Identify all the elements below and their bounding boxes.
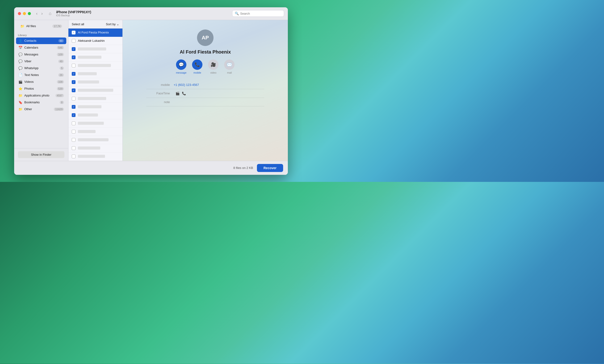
sidebar-item-viber[interactable]: 💬 Viber 49 <box>16 58 66 65</box>
sidebar-list: 👤 Contacts 90 📅 Calendars 546 💬 Messages… <box>14 38 68 148</box>
contact-item[interactable]: ✓Al Ford Fiesta Phoenix <box>68 28 123 37</box>
facetime-video-icon[interactable]: 🎬 <box>176 91 179 95</box>
sidebar-item-other[interactable]: 📁 Other 11629 <box>16 106 66 113</box>
sidebar-item-left: ⭐ Photos <box>18 87 34 91</box>
contact-item[interactable]: ✓ <box>68 136 123 144</box>
select-all-button[interactable]: Select all <box>72 22 84 26</box>
maximize-button[interactable] <box>28 12 31 15</box>
sidebar-item-left: 🔖 Bookmarks <box>18 100 40 104</box>
contact-checkbox[interactable]: ✓ <box>72 88 76 92</box>
sidebar-item-photos[interactable]: ⭐ Photos 539 <box>16 85 66 92</box>
all-files-row[interactable]: 📁 All files 17,7K <box>18 23 64 29</box>
show-finder-button[interactable]: Show in Finder <box>18 151 64 158</box>
mobile-field: mobile +1 (602) 123-4567 <box>146 81 264 89</box>
contact-item[interactable]: ✓ <box>68 95 123 103</box>
appphoto-icon: 📁 <box>18 94 22 97</box>
contact-checkbox[interactable]: ✓ <box>72 80 76 84</box>
contact-name-blurred <box>78 113 98 116</box>
list-toolbar: Select all Sort by ⌄ <box>68 20 123 28</box>
detail-fields: mobile +1 (602) 123-4567 FaceTime 🎬 📞 no… <box>146 81 264 106</box>
close-button[interactable] <box>18 12 21 15</box>
mobile-action-label: mobile <box>193 71 201 74</box>
other-icon: 📁 <box>18 107 22 111</box>
all-files-label: All files <box>26 24 36 28</box>
contact-full-name: Al Ford Fiesta Phoenix <box>180 49 231 55</box>
sidebar-item-whatsapp[interactable]: 💬 WhatsApp 5 <box>16 65 66 72</box>
sidebar-label-viber: Viber <box>24 60 31 63</box>
contact-item[interactable]: ✓ <box>68 62 123 70</box>
contact-checkbox[interactable]: ✓ <box>72 154 76 158</box>
sidebar-item-messages[interactable]: 💬 Messages 109 <box>16 51 66 58</box>
sidebar-item-contacts[interactable]: 👤 Contacts 90 <box>16 38 66 44</box>
forward-button[interactable]: › <box>40 11 44 16</box>
mail-label: mail <box>227 71 232 74</box>
contact-checkbox[interactable]: ✓ <box>72 97 76 100</box>
sidebar-badge-photos: 539 <box>57 87 64 90</box>
facetime-phone-icon[interactable]: 📞 <box>182 91 186 95</box>
sidebar-item-videos[interactable]: 🎬 Videos 108 <box>16 78 66 85</box>
contact-name-blurred <box>78 105 101 108</box>
contact-item[interactable]: ✓ <box>68 86 123 95</box>
contact-item[interactable]: ✓ <box>68 144 123 152</box>
contact-name-blurred <box>78 80 99 84</box>
contact-checkbox[interactable]: ✓ <box>72 138 76 142</box>
contact-checkbox[interactable]: ✓ <box>72 146 76 150</box>
photos-icon: ⭐ <box>18 87 22 91</box>
contact-checkbox[interactable]: ✓ <box>72 105 76 109</box>
files-info: 8 files on 2 KB <box>233 166 253 170</box>
sidebar-item-calendars[interactable]: 📅 Calendars 546 <box>16 44 66 51</box>
search-bar[interactable]: 🔍 <box>232 10 284 17</box>
contact-item[interactable]: ✓ <box>68 103 123 111</box>
sort-by-button[interactable]: Sort by ⌄ <box>106 22 119 26</box>
contact-checkbox[interactable]: ✓ <box>72 64 76 67</box>
search-input[interactable] <box>240 12 281 15</box>
contact-item[interactable]: ✓ <box>68 53 123 62</box>
facetime-field-label: FaceTime <box>146 91 170 95</box>
device-name: iPhone (VHF7PP91XY) <box>56 10 232 14</box>
contacts-icon: 👤 <box>18 39 22 43</box>
contact-checkbox[interactable]: ✓ <box>72 47 76 51</box>
contact-item[interactable]: ✓ <box>68 70 123 78</box>
main-window: ‹ › ⌂ iPhone (VHF7PP91XY) iOS Backup 🔍 📁… <box>14 7 288 175</box>
contact-item[interactable]: ✓ <box>68 78 123 86</box>
minimize-button[interactable] <box>23 12 26 15</box>
home-button[interactable]: ⌂ <box>47 10 53 17</box>
recover-button[interactable]: Recover <box>257 164 283 172</box>
sidebar-item-appphoto[interactable]: 📁 Applications photo 4597 <box>16 92 66 99</box>
contact-checkbox[interactable]: ✓ <box>72 39 76 43</box>
contact-item[interactable]: ✓ <box>68 152 123 161</box>
contact-name: Al Ford Fiesta Phoenix <box>78 31 109 34</box>
contact-item[interactable]: ✓Aleksandr Lukashin <box>68 37 123 45</box>
note-field: note <box>146 98 264 106</box>
sidebar-item-left: 💬 Viber <box>18 60 31 63</box>
contact-checkbox[interactable]: ✓ <box>72 31 76 35</box>
contact-name: Aleksandr Lukashin <box>78 39 104 42</box>
sidebar-item-left: 📁 Applications photo <box>18 94 49 97</box>
contact-checkbox[interactable]: ✓ <box>72 113 76 117</box>
contact-checkbox[interactable]: ✓ <box>72 55 76 59</box>
contact-item[interactable]: ✓ <box>68 111 123 119</box>
contact-checkbox[interactable]: ✓ <box>72 72 76 76</box>
sidebar-item-textnotes[interactable]: 📄 Text Notes 26 <box>16 72 66 78</box>
contact-item[interactable]: ✓ <box>68 128 123 136</box>
sidebar-badge-other: 11629 <box>54 108 64 111</box>
device-info: iPhone (VHF7PP91XY) iOS Backup <box>56 10 232 17</box>
sidebar-badge-contacts: 90 <box>58 39 64 42</box>
contact-item[interactable]: ✓ <box>68 119 123 128</box>
sidebar-item-left: 📁 Other <box>18 107 32 111</box>
search-icon: 🔍 <box>235 12 239 15</box>
sidebar-item-left: 📄 Text Notes <box>18 73 39 77</box>
contact-name-blurred <box>78 72 97 75</box>
contact-name-blurred <box>78 122 104 125</box>
back-button[interactable]: ‹ <box>35 11 39 16</box>
video-action-button[interactable]: 🎥 video <box>208 60 218 74</box>
sidebar-label-appphoto: Applications photo <box>24 94 49 97</box>
message-action-button[interactable]: 💬 message <box>176 60 187 74</box>
mail-action-button[interactable]: ✉️ mail <box>224 60 235 74</box>
contact-checkbox[interactable]: ✓ <box>72 130 76 134</box>
contact-item[interactable]: ✓ <box>68 45 123 53</box>
sidebar-badge-bookmarks: 8 <box>60 101 64 104</box>
contact-checkbox[interactable]: ✓ <box>72 122 76 125</box>
sidebar-item-bookmarks[interactable]: 🔖 Bookmarks 8 <box>16 99 66 106</box>
mobile-action-button[interactable]: 📞 mobile <box>192 60 202 74</box>
